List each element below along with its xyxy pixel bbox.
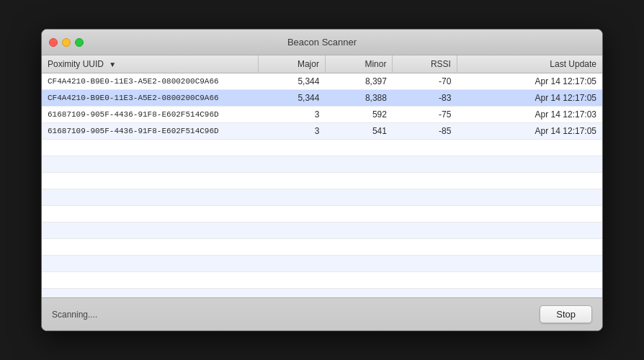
column-header-major[interactable]: Major [258, 55, 325, 73]
stop-button[interactable]: Stop [540, 305, 592, 323]
status-bar: Scanning.... Stop [42, 297, 602, 330]
window-title: Beacon Scanner [287, 37, 357, 48]
table-container: Poximity UUID ▼ Major Minor RSSI Last Up… [42, 55, 602, 297]
close-button[interactable] [49, 38, 58, 47]
table-row[interactable]: CF4A4210-B9E0-11E3-A5E2-0800200C9A665,34… [42, 90, 602, 107]
empty-row [42, 239, 602, 256]
empty-row [42, 189, 602, 206]
column-header-rssi[interactable]: RSSI [393, 55, 457, 73]
cell-uuid: CF4A4210-B9E0-11E3-A5E2-0800200C9A66 [42, 90, 258, 107]
cell-rssi: -83 [393, 90, 457, 107]
main-window: Beacon Scanner Poximity UUID ▼ Major Min… [41, 29, 603, 331]
cell-major: 5,344 [258, 73, 325, 90]
empty-row [42, 272, 602, 289]
title-bar: Beacon Scanner [42, 30, 602, 55]
cell-minor: 592 [325, 107, 392, 123]
column-header-minor[interactable]: Minor [325, 55, 392, 73]
cell-major: 3 [258, 107, 325, 123]
empty-row [42, 289, 602, 298]
cell-last-update: Apr 14 12:17:05 [457, 123, 602, 140]
cell-uuid: CF4A4210-B9E0-11E3-A5E2-0800200C9A66 [42, 73, 258, 90]
table-row[interactable]: CF4A4210-B9E0-11E3-A5E2-0800200C9A665,34… [42, 73, 602, 90]
table-row[interactable]: 61687109-905F-4436-91F8-E602F514C96D3592… [42, 107, 602, 123]
cell-minor: 541 [325, 123, 392, 140]
maximize-button[interactable] [75, 38, 84, 47]
empty-row [42, 256, 602, 272]
cell-rssi: -85 [393, 123, 457, 140]
beacon-table: Poximity UUID ▼ Major Minor RSSI Last Up… [42, 55, 602, 297]
sort-indicator: ▼ [109, 60, 116, 68]
scanning-status: Scanning.... [52, 310, 97, 320]
empty-row [42, 173, 602, 189]
cell-last-update: Apr 14 12:17:05 [457, 90, 602, 107]
empty-row [42, 156, 602, 173]
empty-row [42, 206, 602, 222]
cell-major: 3 [258, 123, 325, 140]
cell-uuid: 61687109-905F-4436-91F8-E602F514C96D [42, 123, 258, 140]
column-header-last-update[interactable]: Last Update [457, 55, 602, 73]
cell-minor: 8,388 [325, 90, 392, 107]
empty-row [42, 222, 602, 239]
column-header-uuid[interactable]: Poximity UUID ▼ [42, 55, 258, 73]
cell-minor: 8,397 [325, 73, 392, 90]
minimize-button[interactable] [62, 38, 71, 47]
cell-rssi: -75 [393, 107, 457, 123]
cell-last-update: Apr 14 12:17:03 [457, 107, 602, 123]
table-header-row: Poximity UUID ▼ Major Minor RSSI Last Up… [42, 55, 602, 73]
traffic-lights [49, 38, 84, 47]
cell-last-update: Apr 14 12:17:05 [457, 73, 602, 90]
cell-uuid: 61687109-905F-4436-91F8-E602F514C96D [42, 107, 258, 123]
table-row[interactable]: 61687109-905F-4436-91F8-E602F514C96D3541… [42, 123, 602, 140]
cell-rssi: -70 [393, 73, 457, 90]
empty-row [42, 140, 602, 156]
cell-major: 5,344 [258, 90, 325, 107]
